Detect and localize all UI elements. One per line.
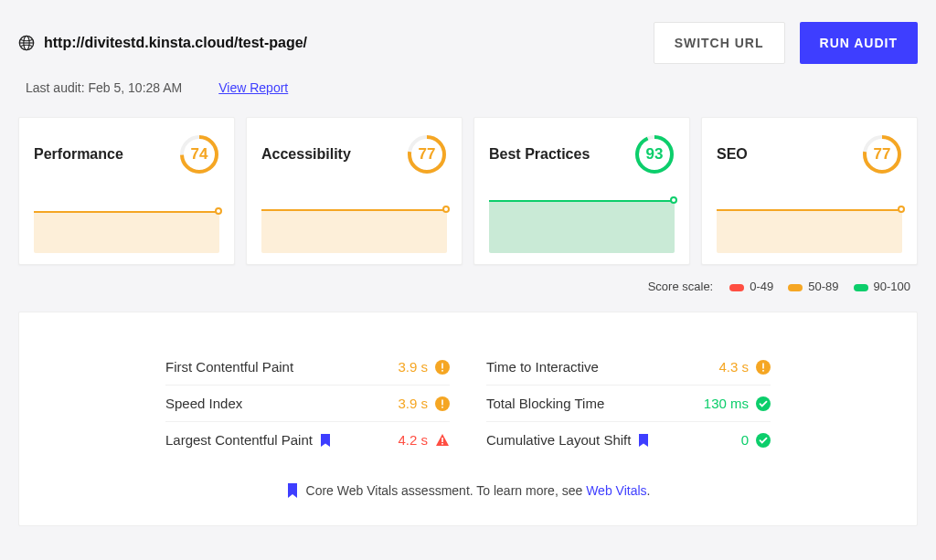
score-label: Accessibility [261,146,351,163]
metric-value: 3.9 s [398,359,428,375]
score-label: Performance [34,146,123,163]
globe-icon [18,35,35,51]
metric-row: First Contentful Paint 3.9 s [165,349,450,386]
score-ring: 93 [634,134,675,174]
metric-label: Cumulative Layout Shift [486,432,649,448]
pass-icon [756,433,771,448]
score-card-seo[interactable]: SEO 77 [701,117,918,265]
score-card-performance[interactable]: Performance 74 [18,117,235,265]
score-card-accessibility[interactable]: Accessibility 77 [246,117,463,265]
svg-rect-22 [441,443,443,445]
run-audit-button[interactable]: RUN AUDIT [800,22,918,64]
metric-value: 130 ms [704,396,749,411]
score-card-best practices[interactable]: Best Practices 93 [473,117,690,265]
metric-label: Total Blocking Time [486,396,604,411]
svg-rect-21 [441,438,443,442]
metric-value: 4.3 s [718,359,749,375]
pass-icon [756,396,771,411]
score-sparkline [34,196,219,253]
score-scale-legend: Score scale: 0-49 50-89 90-100 [18,280,918,293]
score-sparkline [717,196,902,253]
svg-rect-19 [441,407,443,408]
bookmark-icon [286,483,299,498]
switch-url-button[interactable]: SWITCH URL [654,22,785,64]
bookmark-icon [320,434,331,447]
cwv-footnote: Core Web Vitals assessment. To learn mor… [165,483,771,498]
footnote-after: . [647,483,651,498]
legend-item: 0-49 [729,280,773,293]
score-label: SEO [717,146,748,163]
warn-icon [435,396,450,411]
svg-rect-15 [762,363,764,368]
metric-row: Total Blocking Time 130 ms [486,386,771,422]
bookmark-icon [638,434,649,447]
score-value: 74 [191,145,208,164]
warn-icon [756,360,771,375]
web-vitals-link[interactable]: Web Vitals [586,483,646,498]
subheader: Last audit: Feb 5, 10:28 AM View Report [18,80,918,95]
score-ring: 77 [862,134,902,174]
score-label: Best Practices [489,146,590,163]
metric-label: Largest Contentful Paint [165,432,331,448]
url-display: http://divitestd.kinsta.cloud/test-page/ [18,35,307,51]
legend-label: Score scale: [648,280,714,293]
header-actions: SWITCH URL RUN AUDIT [654,22,918,64]
footnote-text: Core Web Vitals assessment. To learn mor… [306,483,587,498]
last-audit-text: Last audit: Feb 5, 10:28 AM [26,80,182,95]
metric-value: 3.9 s [398,396,428,411]
svg-rect-18 [441,399,443,405]
legend-item: 90-100 [854,280,910,293]
score-sparkline [261,196,447,253]
metric-value: 4.2 s [398,432,428,448]
metric-label: First Contentful Paint [165,359,293,375]
svg-rect-12 [441,363,443,368]
score-value: 93 [646,145,664,164]
metrics-panel: First Contentful Paint 3.9 s Time to Int… [18,312,918,526]
svg-rect-13 [441,370,443,372]
metric-label: Time to Interactive [486,359,599,375]
score-cards: Performance 74 Accessibility [18,117,918,265]
fail-icon [435,433,450,448]
svg-rect-16 [762,370,764,372]
warn-icon [435,360,450,375]
header: http://divitestd.kinsta.cloud/test-page/… [18,22,918,64]
score-sparkline [489,196,675,253]
metric-row: Largest Contentful Paint 4.2 s [165,422,450,458]
metric-label: Speed Index [165,396,242,411]
score-value: 77 [874,145,891,164]
metric-row: Time to Interactive 4.3 s [486,349,771,386]
metric-row: Speed Index 3.9 s [165,386,450,422]
score-ring: 77 [407,134,447,174]
score-value: 77 [419,145,436,164]
metric-value: 0 [741,432,749,448]
metric-row: Cumulative Layout Shift 0 [486,422,771,458]
legend-item: 50-89 [788,280,838,293]
view-report-link[interactable]: View Report [218,80,288,95]
score-ring: 74 [179,134,219,174]
page-url: http://divitestd.kinsta.cloud/test-page/ [44,35,307,51]
